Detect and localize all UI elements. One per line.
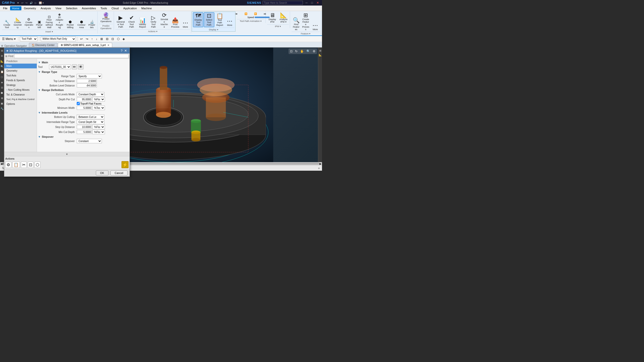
- nav-item-options[interactable]: Options: [4, 102, 37, 106]
- menu-view[interactable]: View: [53, 6, 63, 10]
- cut-levels-mode-select[interactable]: Constant Depth Variable Depth: [77, 92, 104, 97]
- action-btn-gold[interactable]: ⚡: [122, 161, 129, 168]
- find-input[interactable]: [14, 54, 129, 58]
- menu-geometry[interactable]: Geometry: [22, 6, 38, 10]
- vp-pan[interactable]: ✋: [299, 49, 305, 54]
- right-sidebar-icon-2[interactable]: 📐: [318, 53, 322, 57]
- ribbon-pocket-milling[interactable]: ⬟ Pocket Milling: [65, 20, 76, 29]
- ribbon-predict[interactable]: 🔮 Predict Operations: [99, 12, 113, 23]
- ribbon-generate-toolpath[interactable]: ▶ Generate Tool Path: [115, 15, 126, 29]
- ribbon-contour-area[interactable]: ⬢ Contour Area: [76, 20, 87, 29]
- action-btn-5[interactable]: ⬡: [34, 162, 41, 168]
- tool-path-selector[interactable]: Tool Path: [20, 37, 37, 41]
- intermediate-arrow[interactable]: ▼: [38, 111, 41, 114]
- tool-view-button[interactable]: 👁: [78, 64, 84, 69]
- ribbon-toolpath-report[interactable]: 📋 Tool Path Report: [215, 13, 225, 27]
- ribbon-select-toolpath[interactable]: ⊡ Select Tool Path: [204, 12, 214, 27]
- step-up-unit-select[interactable]: %Flut: [92, 125, 105, 129]
- ribbon-check-toolpath[interactable]: ✔ Check Tool Path: [126, 15, 137, 29]
- right-sidebar-icon-1[interactable]: ⊞: [319, 49, 321, 53]
- ribbon-display-more[interactable]: ⋯ More: [225, 18, 234, 27]
- ribbon-create-geometry[interactable]: 📐 Create Geometry: [12, 17, 23, 29]
- sidebar-icon-7[interactable]: ◈: [1, 80, 3, 84]
- tb-icon-1[interactable]: ↩: [79, 37, 84, 41]
- section-range-def-header[interactable]: ▼ Range Definition: [38, 88, 129, 92]
- bottom-up-select[interactable]: Between Cut Le: [77, 115, 104, 119]
- menu-home[interactable]: Home: [10, 6, 21, 10]
- ribbon-create-operation[interactable]: ⚙ Create Operation: [23, 17, 34, 29]
- section-range-type-header[interactable]: ▼ Range Type: [38, 70, 129, 73]
- title-bar-controls[interactable]: ▼ ↩ ↪ 🔊 ▷ 🪟 ▾: [17, 2, 44, 4]
- intermediate-range-type-select[interactable]: Const Depth Str: [77, 120, 104, 124]
- step-up-input[interactable]: [77, 125, 92, 129]
- tb-icon-8[interactable]: ⬡: [116, 37, 120, 41]
- minimize-button[interactable]: ─: [304, 1, 309, 5]
- stepover-arrow[interactable]: ▼: [38, 135, 41, 138]
- vp-zoom[interactable]: 🔍: [305, 49, 311, 54]
- sidebar-icon-10[interactable]: ⊠: [1, 96, 3, 100]
- ribbon-display-toolpath[interactable]: 🗺 Display Tool Path: [193, 12, 203, 27]
- menu-application[interactable]: Application: [121, 6, 139, 10]
- min-cut-depth-input[interactable]: [77, 130, 92, 134]
- min-cut-depth-unit-select[interactable]: %Flut: [92, 130, 105, 134]
- ribbon-simulate[interactable]: ⟳ Simulate Machine: [159, 12, 169, 29]
- tool-select[interactable]: UGT0201_00: [49, 65, 71, 69]
- menu-file[interactable]: File: [1, 6, 10, 10]
- min-width-unit-select[interactable]: %Toc: [92, 106, 105, 110]
- vp-settings[interactable]: ⚙: [312, 49, 316, 54]
- tb-icon-5[interactable]: ⊞: [99, 37, 104, 41]
- tool-edit-button[interactable]: ✏: [72, 64, 77, 69]
- min-width-input[interactable]: [77, 106, 92, 110]
- sidebar-icon-4[interactable]: 🔍: [0, 64, 4, 69]
- scroll-left-icon[interactable]: ◀: [1, 162, 3, 165]
- ribbon-find-features[interactable]: 🔍 Find Features: [292, 17, 301, 31]
- ribbon-anim-fwd[interactable]: ⏩: [251, 12, 260, 16]
- section-main-header[interactable]: ▼ Main: [38, 61, 129, 64]
- tab-discovery-center[interactable]: 🏠 Discovery Center: [29, 43, 57, 47]
- action-btn-1[interactable]: ⚙: [5, 162, 11, 168]
- ribbon-create-tool[interactable]: 🔧 Create Tool: [2, 20, 12, 29]
- action-btn-3[interactable]: ✂: [21, 162, 27, 168]
- dialog-title[interactable]: ◈ 3D Adaptive Roughing - [3D_ADAPTIVE_RO…: [4, 48, 130, 54]
- tb-icon-4[interactable]: ↓: [95, 37, 98, 41]
- tb-icon-7[interactable]: ⊡: [110, 37, 115, 41]
- within-work-part-selector[interactable]: Within Work Part Only: [41, 37, 76, 41]
- tb-icon-9[interactable]: ◈: [122, 37, 126, 41]
- nav-item-strategy[interactable]: Strategy: [4, 83, 37, 87]
- ribbon-verify-toolpath[interactable]: ▷ Verify Tool Path: [148, 15, 158, 29]
- cancel-button[interactable]: Cancel: [110, 170, 128, 175]
- depth-per-cut-unit-select[interactable]: %Flut: [92, 97, 105, 102]
- search-input[interactable]: [263, 1, 303, 5]
- sidebar-icon-12[interactable]: 🔧: [0, 107, 4, 111]
- nav-item-feeds-speeds[interactable]: Feeds & Speeds: [4, 78, 37, 83]
- range-def-arrow[interactable]: ▼: [38, 88, 41, 92]
- menu-assemblies[interactable]: Assemblies: [80, 6, 98, 10]
- depth-per-cut-input[interactable]: [77, 97, 92, 101]
- stepover-select[interactable]: ConstantVariable: [77, 139, 102, 143]
- menu-machine[interactable]: Machine: [139, 6, 154, 10]
- bottom-level-input[interactable]: [77, 83, 97, 87]
- tb-icon-3[interactable]: ↑: [90, 37, 94, 41]
- menu-cloud[interactable]: Cloud: [109, 6, 121, 10]
- ribbon-analyze-ipw[interactable]: 📐 Analyze IPW ▾: [278, 12, 289, 24]
- tab-close-icon[interactable]: ✕: [107, 44, 109, 47]
- ribbon-properties[interactable]: 🔬 Properties: [87, 20, 96, 29]
- menu-selection[interactable]: Selection: [64, 6, 79, 10]
- action-btn-2[interactable]: 📋: [12, 162, 20, 168]
- nav-item-non-cutting[interactable]: +Non Cutting Moves: [4, 87, 37, 92]
- tb-icon-6[interactable]: ⊟: [105, 37, 109, 41]
- sidebar-icon-8[interactable]: ⊟: [1, 85, 3, 90]
- section-intermediate-header[interactable]: ▼ Intermediate Levels: [38, 111, 129, 114]
- dialog-scroll-indicator[interactable]: ▼: [4, 152, 130, 156]
- nav-item-tool-axis[interactable]: Tool Axis: [4, 73, 37, 78]
- menu-button[interactable]: ☰ Menu ▾: [1, 37, 17, 41]
- dialog-close-button[interactable]: ✕: [124, 49, 128, 53]
- main-section-arrow[interactable]: ▼: [38, 61, 41, 64]
- tab-main-file[interactable]: ⚙ SRN71-6193 MFG_asm_setup_1.prt ✕: [58, 43, 112, 47]
- ribbon-actions-more[interactable]: ⋯ More: [181, 20, 190, 29]
- ribbon-anim-prev[interactable]: ⏮: [232, 12, 241, 16]
- ribbon-validity-report[interactable]: 📊 Validity Report: [137, 17, 148, 29]
- ribbon-create-feature-process[interactable]: ⊞ Create Feature Process: [301, 12, 310, 31]
- ribbon-planar-mill[interactable]: ▣ Planar Mill: [35, 20, 44, 29]
- sidebar-icon-11[interactable]: ▣: [1, 101, 3, 106]
